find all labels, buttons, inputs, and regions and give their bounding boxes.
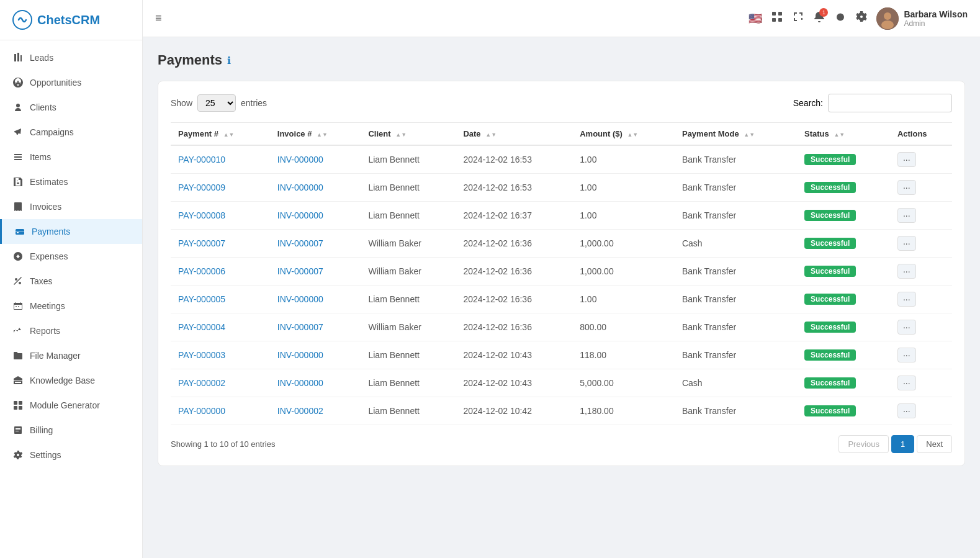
payment-link-5[interactable]: PAY-000005 xyxy=(178,294,225,304)
invoice-link-2[interactable]: INV-000000 xyxy=(277,210,323,220)
cell-payment-num-0: PAY-000010 xyxy=(171,145,270,174)
cell-client-9: Liam Bennett xyxy=(361,397,456,425)
user-profile[interactable]: Barbara Wilson Admin xyxy=(876,7,968,30)
cell-status-0: Successful xyxy=(797,145,890,174)
action-button-9[interactable]: ··· xyxy=(897,403,916,418)
svg-rect-2 xyxy=(17,232,19,233)
sidebar-item-expenses[interactable]: Expenses xyxy=(0,244,142,269)
invoice-link-8[interactable]: INV-000000 xyxy=(277,378,323,388)
sidebar-item-knowledge-base[interactable]: Knowledge Base xyxy=(0,368,142,393)
sidebar-item-settings[interactable]: Settings xyxy=(0,443,142,467)
menu-toggle-icon[interactable]: ≡ xyxy=(155,12,162,25)
invoice-link-5[interactable]: INV-000000 xyxy=(277,294,323,304)
action-button-2[interactable]: ··· xyxy=(897,208,916,223)
cell-status-2: Successful xyxy=(797,202,890,230)
table-card: Show 25 10 50 100 entries Search: xyxy=(158,81,965,466)
previous-button[interactable]: Previous xyxy=(838,435,889,453)
invoice-link-6[interactable]: INV-000007 xyxy=(277,322,323,332)
cell-amount-5: 1.00 xyxy=(572,286,675,313)
cell-client-7: Liam Bennett xyxy=(361,341,456,369)
apps-icon[interactable] xyxy=(771,11,783,26)
logo[interactable]: ChetsCRM xyxy=(0,0,142,40)
invoice-link-3[interactable]: INV-000007 xyxy=(277,238,323,248)
next-button[interactable]: Next xyxy=(917,435,952,453)
dark-mode-icon[interactable] xyxy=(834,11,847,26)
sidebar-item-meetings-label: Meetings xyxy=(30,301,65,311)
payment-link-4[interactable]: PAY-000006 xyxy=(178,266,225,276)
invoice-link-9[interactable]: INV-000002 xyxy=(277,406,323,416)
sidebar-item-invoices[interactable]: Invoices xyxy=(0,194,142,219)
sidebar-item-items[interactable]: Items xyxy=(0,145,142,169)
payment-link-8[interactable]: PAY-000002 xyxy=(178,378,225,388)
notifications-icon[interactable]: 1 xyxy=(813,11,825,26)
sidebar-item-meetings[interactable]: Meetings xyxy=(0,294,142,318)
invoice-link-0[interactable]: INV-000000 xyxy=(277,155,323,164)
sidebar-item-payments[interactable]: Payments xyxy=(0,219,142,244)
invoice-link-4[interactable]: INV-000007 xyxy=(277,266,323,276)
col-payment-mode[interactable]: Payment Mode ▲▼ xyxy=(675,123,797,146)
cell-payment-mode-3: Cash xyxy=(675,230,797,258)
sidebar-item-opportunities[interactable]: Opportunities xyxy=(0,70,142,95)
settings-icon xyxy=(12,449,24,461)
action-button-5[interactable]: ··· xyxy=(897,292,916,307)
cell-actions-6: ··· xyxy=(890,313,952,341)
sidebar-item-leads[interactable]: Leads xyxy=(0,45,142,70)
action-button-4[interactable]: ··· xyxy=(897,264,916,279)
sidebar-item-campaigns[interactable]: Campaigns xyxy=(0,120,142,145)
col-client[interactable]: Client ▲▼ xyxy=(361,123,456,146)
fullscreen-icon[interactable] xyxy=(792,11,804,26)
payment-link-7[interactable]: PAY-000003 xyxy=(178,350,225,360)
payment-link-1[interactable]: PAY-000009 xyxy=(178,182,225,192)
sidebar-item-taxes[interactable]: Taxes xyxy=(0,269,142,294)
payment-link-9[interactable]: PAY-000000 xyxy=(178,406,225,416)
search-input[interactable] xyxy=(828,94,952,112)
sidebar-item-module-generator[interactable]: Module Generator xyxy=(0,393,142,418)
cell-status-6: Successful xyxy=(797,313,890,341)
cell-payment-mode-7: Bank Transfer xyxy=(675,341,797,369)
col-payment-num[interactable]: Payment # ▲▼ xyxy=(171,123,270,146)
status-badge-0: Successful xyxy=(804,154,856,165)
payment-link-3[interactable]: PAY-000007 xyxy=(178,238,225,248)
sidebar-item-estimates[interactable]: Estimates xyxy=(0,169,142,194)
payment-link-0[interactable]: PAY-000010 xyxy=(178,155,225,164)
cell-client-1: Liam Bennett xyxy=(361,174,456,202)
action-button-7[interactable]: ··· xyxy=(897,348,916,362)
gear-icon[interactable] xyxy=(855,11,868,26)
page-1-button[interactable]: 1 xyxy=(891,435,914,453)
sidebar-item-clients-label: Clients xyxy=(30,102,56,112)
avatar xyxy=(876,7,899,30)
payment-link-6[interactable]: PAY-000004 xyxy=(178,322,225,332)
action-button-8[interactable]: ··· xyxy=(897,376,916,390)
sidebar-item-reports[interactable]: Reports xyxy=(0,318,142,343)
col-status[interactable]: Status ▲▼ xyxy=(797,123,890,146)
cell-payment-mode-2: Bank Transfer xyxy=(675,202,797,230)
sidebar-item-clients[interactable]: Clients xyxy=(0,95,142,120)
entries-select[interactable]: 25 10 50 100 xyxy=(197,94,236,112)
action-button-1[interactable]: ··· xyxy=(897,180,916,195)
topbar-actions: 🇺🇸 1 Barbara Wilson xyxy=(748,7,968,30)
flag-icon[interactable]: 🇺🇸 xyxy=(748,12,762,25)
action-button-3[interactable]: ··· xyxy=(897,236,916,251)
col-date[interactable]: Date ▲▼ xyxy=(456,123,572,146)
cell-status-5: Successful xyxy=(797,286,890,313)
table-row: PAY-000000 INV-000002 Liam Bennett 2024-… xyxy=(171,397,952,425)
sidebar-item-file-manager[interactable]: File Manager xyxy=(0,343,142,368)
sidebar-item-expenses-label: Expenses xyxy=(30,251,68,261)
action-button-0[interactable]: ··· xyxy=(897,152,916,167)
payment-link-2[interactable]: PAY-000008 xyxy=(178,210,225,220)
page-header: Payments ℹ xyxy=(158,52,965,68)
page-info-icon[interactable]: ℹ xyxy=(227,55,231,66)
invoices-icon xyxy=(12,201,24,212)
invoice-link-1[interactable]: INV-000000 xyxy=(277,182,323,192)
cell-payment-num-2: PAY-000008 xyxy=(171,202,270,230)
status-badge-3: Successful xyxy=(804,238,856,249)
file-manager-icon xyxy=(12,350,24,361)
sidebar-item-file-manager-label: File Manager xyxy=(30,351,81,361)
col-invoice-num[interactable]: Invoice # ▲▼ xyxy=(270,123,361,146)
invoice-link-7[interactable]: INV-000000 xyxy=(277,350,323,360)
sidebar-item-billing[interactable]: Billing xyxy=(0,418,142,443)
col-amount[interactable]: Amount ($) ▲▼ xyxy=(572,123,675,146)
table-row: PAY-000003 INV-000000 Liam Bennett 2024-… xyxy=(171,341,952,369)
action-button-6[interactable]: ··· xyxy=(897,320,916,335)
cell-invoice-num-0: INV-000000 xyxy=(270,145,361,174)
